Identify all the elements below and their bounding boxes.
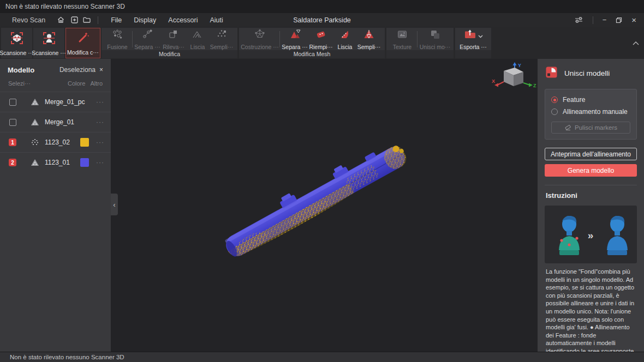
tool-texture[interactable]: Texture bbox=[389, 28, 415, 50]
merge-models-icon bbox=[546, 67, 557, 80]
mesh-icon bbox=[31, 98, 39, 106]
tool-costruzione[interactable]: Costruzione ··· bbox=[242, 28, 278, 50]
orientation-gizmo[interactable]: Y X Z bbox=[492, 62, 536, 96]
scan-button-1[interactable]: Scansione ··· bbox=[1, 28, 32, 58]
ribbon-group-modifica: Fusione Separa ··· bbox=[102, 28, 237, 58]
model-row-1123-01[interactable]: 2 1123_01 ··· bbox=[0, 152, 111, 172]
top-status-bar: Non è stato rilevato nessuno Scanner 3D bbox=[0, 0, 644, 13]
model-name: Merge_01_pc bbox=[45, 98, 85, 106]
minimize-button[interactable]: − bbox=[603, 16, 607, 23]
construct-mesh-icon bbox=[254, 28, 266, 43]
merge-models-icon bbox=[429, 28, 441, 43]
tool-rileva[interactable]: Rileva··· bbox=[160, 28, 187, 50]
tool-sempli-pc[interactable]: Sempli··· bbox=[208, 28, 235, 50]
alignment-options-box: Feature Allineamento manuale Pulisci mar… bbox=[545, 89, 637, 140]
model-name: 1123_01 bbox=[45, 159, 70, 166]
group-label-modifica: Modifica bbox=[102, 50, 237, 58]
model-row-merge-01-pc[interactable]: Merge_01_pc ··· bbox=[0, 92, 111, 112]
edit-current-button[interactable]: Modifica c··· bbox=[65, 28, 100, 58]
axis-y-label: Y bbox=[518, 63, 521, 68]
tool-separa-pc[interactable]: Separa ··· bbox=[134, 28, 160, 50]
column-other: Altro bbox=[90, 80, 103, 87]
row-checkbox[interactable] bbox=[9, 119, 16, 126]
clear-selection-icon[interactable]: × bbox=[99, 66, 103, 74]
scanner-status-text: Non è stato rilevato nessuno Scanner 3D bbox=[5, 3, 125, 10]
open-folder-icon[interactable] bbox=[82, 16, 91, 25]
scan-button-label: Scansione ··· bbox=[32, 50, 65, 56]
tool-sempli-mesh[interactable]: Sempli··· bbox=[356, 28, 382, 50]
merge-order-badge: 1 bbox=[9, 138, 16, 146]
group-label-export bbox=[455, 50, 491, 58]
color-swatch[interactable] bbox=[80, 138, 89, 147]
row-menu-icon[interactable]: ··· bbox=[96, 159, 104, 166]
simplify-points-icon bbox=[216, 28, 228, 43]
settings-sliders-icon[interactable] bbox=[575, 16, 583, 25]
eraser-icon bbox=[564, 124, 571, 132]
close-button[interactable]: × bbox=[631, 16, 636, 24]
generate-model-button[interactable]: Genera modello bbox=[545, 164, 637, 177]
menu-display[interactable]: Display bbox=[134, 16, 156, 24]
preview-alignment-button[interactable]: Anteprima dell'allineamento bbox=[545, 148, 637, 160]
menu-file[interactable]: File bbox=[111, 16, 122, 24]
color-swatch[interactable] bbox=[80, 158, 89, 167]
radio-dot[interactable] bbox=[551, 108, 558, 115]
tool-unisci-modelli[interactable]: Unisci mo··· bbox=[419, 28, 451, 50]
group-label-modifica-mesh: Modifica Mesh bbox=[239, 50, 385, 58]
row-checkbox[interactable] bbox=[9, 99, 16, 106]
radio-dot[interactable] bbox=[551, 96, 558, 103]
row-menu-icon[interactable]: ··· bbox=[96, 98, 104, 106]
separate-points-icon bbox=[141, 28, 153, 43]
detect-plane-icon bbox=[168, 28, 180, 43]
row-menu-icon[interactable]: ··· bbox=[96, 138, 104, 146]
radio-feature[interactable]: Feature bbox=[551, 94, 630, 106]
new-project-icon[interactable] bbox=[70, 16, 79, 25]
panel-divider bbox=[545, 185, 637, 185]
merge-models-panel: Unisci modelli Feature Allineamento manu… bbox=[538, 59, 644, 352]
chevron-down-icon[interactable] bbox=[478, 31, 483, 40]
ribbon-spacer bbox=[493, 28, 629, 58]
home-icon[interactable] bbox=[56, 16, 65, 25]
radio-feature-label: Feature bbox=[563, 96, 585, 104]
ribbon-group-texture: Texture Unisci mo··· bbox=[386, 28, 454, 58]
deselect-all-button[interactable]: Deseleziona bbox=[59, 66, 96, 74]
bottom-status-bar: Non è stato rilevato nessuno Scanner 3D bbox=[0, 352, 644, 362]
edit-current-label: Modifica c··· bbox=[67, 49, 99, 56]
row-menu-icon[interactable]: ··· bbox=[96, 118, 104, 126]
model-row-1123-02[interactable]: 1 1123_02 ··· bbox=[0, 132, 111, 152]
mesh-icon bbox=[31, 158, 39, 167]
merge-order-badge: 2 bbox=[9, 159, 16, 166]
tool-fusione[interactable]: Fusione bbox=[104, 28, 130, 50]
export-folder-icon bbox=[463, 28, 476, 43]
model-list: Merge_01_pc ··· Merge_01 ··· 1 bbox=[0, 92, 111, 172]
tool-divider bbox=[132, 31, 133, 47]
scan-button-label: Scansione ··· bbox=[0, 50, 34, 56]
ribbon-toolbar: Scansione ··· Scansione ··· Modifica bbox=[0, 27, 644, 59]
clean-markers-label: Pulisci markers bbox=[575, 124, 617, 131]
restore-button[interactable] bbox=[615, 16, 623, 25]
group-label-texture bbox=[386, 50, 454, 58]
tool-liscia-pc[interactable]: Liscia bbox=[187, 28, 208, 50]
menu-aiuti[interactable]: Aiuti bbox=[210, 16, 223, 24]
ribbon-group-modifica-mesh: Costruzione ··· Separa ··· bbox=[239, 28, 385, 58]
panel-title: Modello bbox=[8, 66, 34, 74]
collapse-ribbon-icon[interactable] bbox=[629, 28, 643, 58]
tool-liscia-mesh[interactable]: Liscia bbox=[334, 28, 356, 50]
tool-esporta[interactable]: Esporta ··· bbox=[458, 28, 488, 50]
app-name: Revo Scan bbox=[12, 16, 45, 24]
instructions-text: La funzione "Fondi"combina più modelli i… bbox=[546, 268, 637, 352]
clean-markers-button[interactable]: Pulisci markers bbox=[551, 122, 630, 134]
document-title: Saldatore Parkside bbox=[0, 16, 644, 24]
viewport-3d[interactable]: Y X Z ‹ bbox=[111, 59, 538, 352]
tool-separa-mesh[interactable]: Separa ··· bbox=[282, 28, 308, 50]
menu-accessori[interactable]: Accessori bbox=[168, 16, 198, 24]
radio-manual-alignment[interactable]: Allineamento manuale bbox=[551, 106, 630, 118]
menubar-divider bbox=[98, 16, 98, 24]
controls-divider bbox=[593, 16, 593, 24]
tool-riempi[interactable]: Riempi··· bbox=[308, 28, 334, 50]
collapse-panel-tab[interactable]: ‹ bbox=[111, 194, 118, 215]
scan-object-icon bbox=[10, 31, 24, 47]
window-controls: − × bbox=[575, 16, 644, 25]
scan-button-2[interactable]: Scansione ··· bbox=[33, 28, 64, 58]
model-row-merge-01[interactable]: Merge_01 ··· bbox=[0, 112, 111, 132]
axis-x-label: X bbox=[492, 79, 495, 84]
